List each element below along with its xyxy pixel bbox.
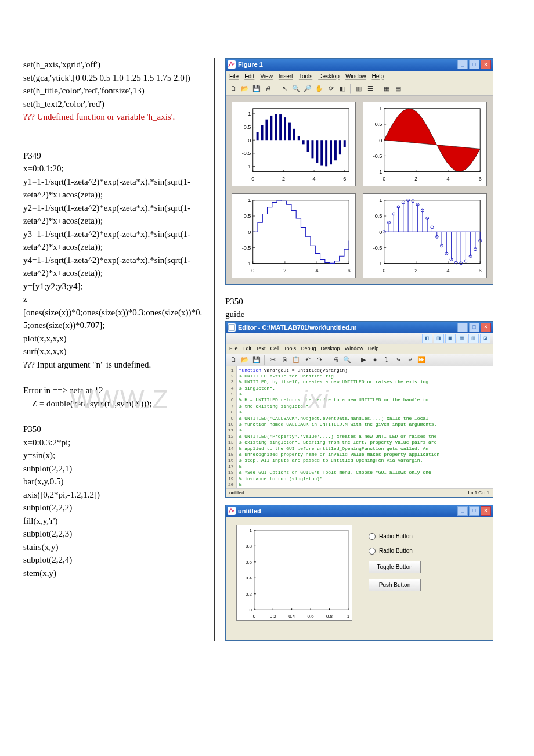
- dock-icon[interactable]: ◨: [434, 334, 444, 343]
- svg-text:0: 0: [248, 137, 251, 143]
- copy-icon[interactable]: ⎘: [279, 355, 290, 365]
- menu-window[interactable]: Window: [345, 72, 366, 81]
- print-icon[interactable]: 🖨: [330, 355, 341, 365]
- zoom-in-icon[interactable]: 🔍: [291, 84, 301, 94]
- menu-file[interactable]: File: [229, 345, 238, 353]
- line-number-gutter: 1 2 3 4 5 6 7 8 910111213141516171819202…: [226, 366, 237, 488]
- menu-desktop[interactable]: Desktop: [321, 345, 340, 353]
- editor-titlebar[interactable]: Editor - C:\MATLAB701\work\untitled.m _ …: [226, 322, 493, 334]
- push-button[interactable]: Push Button: [369, 579, 421, 591]
- menu-help[interactable]: Help: [372, 72, 384, 81]
- cut-icon[interactable]: ✂: [268, 355, 278, 365]
- radio-label: Radio Button: [379, 532, 413, 541]
- guide-titlebar[interactable]: untitled _ □ ×: [226, 505, 493, 517]
- colorbar-icon[interactable]: ▥: [353, 84, 364, 94]
- radio-button-2[interactable]: Radio Button: [369, 546, 421, 555]
- rotate-icon[interactable]: ⟳: [326, 84, 336, 94]
- figure-toolbar: 🗋 📂 💾 🖨 ↖ 🔍 🔎 ✋ ⟳ ◧ ▥ ☰ ▦ ▤: [226, 82, 493, 96]
- code-line: stairs(x,y): [23, 541, 204, 554]
- figure-titlebar[interactable]: Figure 1 _ □ ×: [226, 59, 493, 71]
- minimize-button[interactable]: _: [457, 323, 468, 332]
- dock-icon[interactable]: ◧: [422, 334, 432, 343]
- svg-text:0.6: 0.6: [308, 614, 315, 619]
- svg-rect-31: [307, 140, 309, 152]
- close-button[interactable]: ×: [481, 506, 491, 516]
- dock-icon[interactable]: ◪: [480, 334, 490, 343]
- undo-icon[interactable]: ↶: [302, 355, 313, 365]
- maximize-button[interactable]: □: [469, 506, 479, 516]
- toolbar-separator: [378, 84, 379, 94]
- minimize-button[interactable]: _: [457, 60, 468, 69]
- svg-text:1: 1: [347, 614, 349, 619]
- menu-window[interactable]: Window: [345, 345, 363, 353]
- print-icon[interactable]: 🖨: [263, 84, 273, 94]
- figure-body: 0246-1-0.500.51 0246-1-0.500.51 0246-1-0…: [226, 96, 493, 284]
- pan-icon[interactable]: ✋: [314, 84, 324, 94]
- code-line: y2=1-1/sqrt(1-zeta^2)*exp(-zeta*x).*sin(…: [23, 201, 204, 228]
- new-icon[interactable]: 🗋: [228, 355, 239, 365]
- code-line: z=[ones(size(x))*0;ones(size(x))*0.3;one…: [23, 293, 204, 332]
- save-icon[interactable]: 💾: [251, 355, 262, 365]
- editor-toolbar: 🗋 📂 💾 ✂ ⎘ 📋 ↶ ↷ 🖨 🔍 ▶ ● ⤵ ⤷ ⤶ ⏩: [226, 354, 493, 366]
- find-icon[interactable]: 🔍: [342, 355, 352, 365]
- subplot-fill: 0246-1-0.500.51: [363, 102, 487, 186]
- maximize-button[interactable]: □: [469, 60, 479, 69]
- menu-view[interactable]: View: [260, 72, 273, 81]
- pointer-icon[interactable]: ↖: [279, 84, 290, 94]
- menu-debug[interactable]: Debug: [301, 345, 316, 353]
- plottools-close-icon[interactable]: ▤: [393, 84, 403, 94]
- svg-rect-29: [298, 136, 300, 139]
- radio-icon: [369, 533, 376, 540]
- paste-icon[interactable]: 📋: [291, 355, 301, 365]
- menu-tools[interactable]: Tools: [284, 345, 296, 353]
- legend-icon[interactable]: ☰: [365, 84, 376, 94]
- save-icon[interactable]: 💾: [251, 84, 262, 94]
- step-in-icon[interactable]: ⤷: [393, 355, 403, 365]
- datacursor-icon[interactable]: ◧: [337, 84, 348, 94]
- guide-body: 00.20.40.60.8100.20.40.60.81 Radio Butto…: [226, 517, 493, 640]
- code-line: subplot(2,2,4): [23, 553, 204, 567]
- svg-rect-141: [229, 325, 234, 330]
- svg-text:1: 1: [248, 111, 251, 117]
- dock-icon[interactable]: ▣: [445, 334, 456, 343]
- maximize-button[interactable]: □: [469, 323, 479, 332]
- continue-icon[interactable]: ⏩: [416, 355, 427, 365]
- run-icon[interactable]: ▶: [358, 355, 369, 365]
- menu-insert[interactable]: Insert: [279, 72, 293, 81]
- menu-tools[interactable]: Tools: [299, 72, 312, 81]
- svg-rect-142: [254, 530, 348, 610]
- minimize-button[interactable]: _: [457, 506, 468, 516]
- menu-desktop[interactable]: Desktop: [318, 72, 340, 81]
- step-out-icon[interactable]: ⤶: [405, 355, 415, 365]
- svg-text:0.5: 0.5: [375, 213, 383, 219]
- menu-text[interactable]: Text: [256, 345, 266, 353]
- redo-icon[interactable]: ↷: [314, 355, 324, 365]
- editor-code-area[interactable]: 1 2 3 4 5 6 7 8 910111213141516171819202…: [226, 366, 493, 488]
- close-button[interactable]: ×: [481, 60, 491, 69]
- dock-icon[interactable]: ▦: [457, 334, 467, 343]
- close-button[interactable]: ×: [481, 323, 491, 332]
- left-column: set(h_axis,'xgrid','off') set(gca,'ytick…: [23, 58, 215, 641]
- dock-icon[interactable]: ▥: [468, 334, 479, 343]
- svg-text:0: 0: [253, 614, 256, 619]
- axes-placeholder[interactable]: 00.20.40.60.8100.20.40.60.81: [236, 525, 352, 621]
- breakpoint-icon[interactable]: ●: [370, 355, 380, 365]
- code-source[interactable]: function varargout = untitled(varargin)%…: [237, 366, 493, 488]
- error-detail: Error in ==> zeta at 12: [23, 384, 204, 397]
- menu-cell[interactable]: Cell: [270, 345, 280, 353]
- menu-edit[interactable]: Edit: [244, 72, 254, 81]
- zoom-out-icon[interactable]: 🔎: [302, 84, 313, 94]
- open-icon[interactable]: 📂: [240, 355, 250, 365]
- menu-edit[interactable]: Edit: [243, 345, 252, 353]
- plottools-icon[interactable]: ▦: [381, 84, 392, 94]
- svg-rect-37: [334, 140, 337, 160]
- toggle-button[interactable]: Toggle Button: [369, 561, 421, 573]
- step-icon[interactable]: ⤵: [381, 355, 392, 365]
- new-icon[interactable]: 🗋: [228, 84, 239, 94]
- svg-rect-25: [279, 114, 282, 140]
- svg-text:-1: -1: [377, 169, 382, 175]
- menu-file[interactable]: File: [229, 72, 239, 81]
- menu-help[interactable]: Help: [368, 345, 379, 353]
- open-icon[interactable]: 📂: [240, 84, 250, 94]
- radio-button-1[interactable]: Radio Button: [369, 532, 421, 541]
